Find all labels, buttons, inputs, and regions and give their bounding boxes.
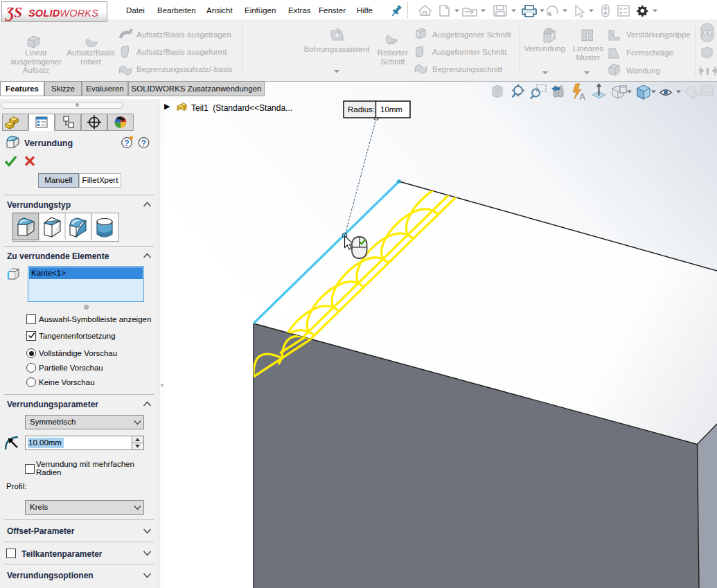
svg-text:?: ? [141,139,146,148]
svg-text:Radius:: Radius: [348,105,375,114]
svg-text:A: A [579,91,586,102]
svg-text:?: ? [124,139,129,148]
svg-text:SOLIDWORKS: SOLIDWORKS [28,8,98,19]
svg-text:10mm: 10mm [380,105,402,114]
svg-text:ƷS: ƷS [5,4,22,21]
